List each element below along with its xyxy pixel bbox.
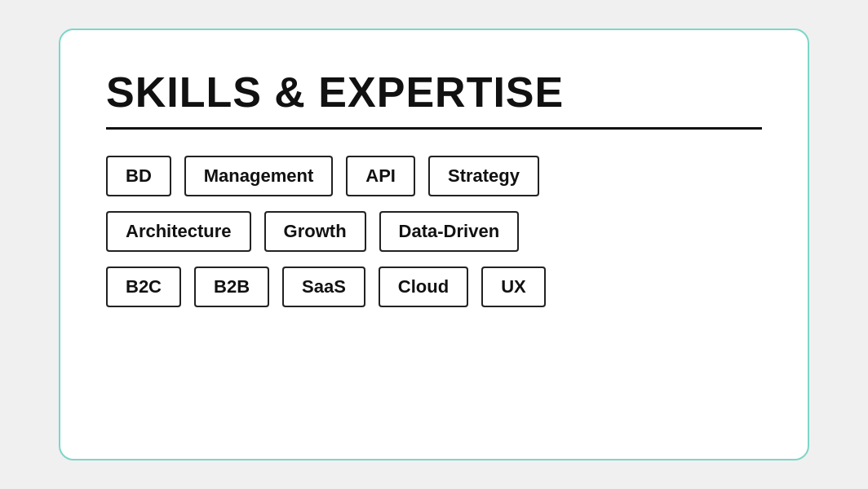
- tag-data-driven: Data-Driven: [379, 211, 519, 252]
- skills-card: SKILLS & EXPERTISE BDManagementAPIStrate…: [59, 29, 809, 460]
- tags-row-1: ArchitectureGrowthData-Driven: [106, 211, 762, 252]
- tags-row-2: B2CB2BSaaSCloudUX: [106, 267, 762, 307]
- tag-bd: BD: [106, 156, 171, 196]
- tag-ux: UX: [481, 267, 546, 307]
- title-divider: [106, 127, 762, 130]
- tag-cloud: Cloud: [379, 267, 468, 307]
- tag-b2b: B2B: [194, 267, 269, 307]
- tag-b2c: B2C: [106, 267, 181, 307]
- page-title: SKILLS & EXPERTISE: [106, 69, 564, 116]
- tags-container: BDManagementAPIStrategyArchitectureGrowt…: [106, 156, 762, 307]
- tag-strategy: Strategy: [428, 156, 539, 196]
- tag-api: API: [346, 156, 415, 196]
- tag-architecture: Architecture: [106, 211, 251, 252]
- tag-saas: SaaS: [282, 267, 365, 307]
- tags-row-0: BDManagementAPIStrategy: [106, 156, 762, 196]
- tag-growth: Growth: [264, 211, 366, 252]
- tag-management: Management: [184, 156, 333, 196]
